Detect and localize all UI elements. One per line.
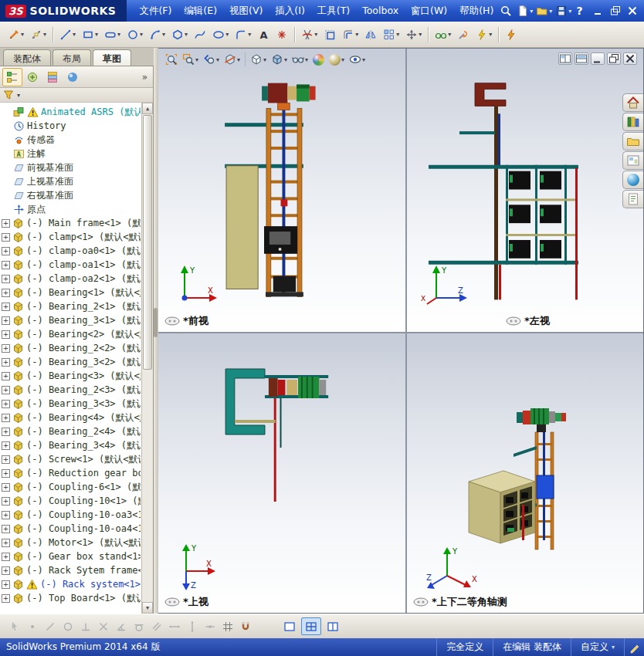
select-button[interactable] bbox=[6, 618, 22, 634]
line-relation-button[interactable] bbox=[42, 618, 58, 634]
split-horizontal-button[interactable] bbox=[558, 52, 572, 65]
instant2d-button[interactable] bbox=[502, 25, 520, 45]
tree-item[interactable]: +(-) Bearing_2<3> (默认< bbox=[0, 383, 141, 397]
tangent-button[interactable] bbox=[130, 618, 147, 634]
hide-show-button[interactable]: ▾ bbox=[290, 50, 310, 69]
search-icon[interactable] bbox=[500, 2, 512, 19]
two-view-button[interactable] bbox=[323, 617, 343, 635]
expand-icon[interactable]: + bbox=[2, 330, 10, 339]
repair-sketch-button[interactable] bbox=[454, 25, 473, 45]
expand-icon[interactable]: + bbox=[2, 594, 10, 603]
arc-button[interactable]: ▾ bbox=[146, 25, 168, 45]
snap-button[interactable] bbox=[237, 618, 253, 634]
menu-item[interactable]: 编辑(E) bbox=[178, 2, 223, 21]
tree-item[interactable]: +(-) Bearing<1> (默认<默 bbox=[0, 286, 141, 299]
tree-item[interactable]: +(-) Coupling-10-oa4<1> bbox=[0, 522, 141, 536]
circle-button[interactable]: ▾ bbox=[124, 25, 146, 45]
expand-icon[interactable]: + bbox=[2, 358, 10, 367]
doc-restore-button[interactable] bbox=[607, 52, 621, 65]
vertical-button[interactable] bbox=[184, 618, 200, 634]
featuremanager-button[interactable] bbox=[2, 68, 22, 86]
tab-assembly[interactable]: 装配体 bbox=[3, 49, 51, 66]
rectangle-button[interactable]: ▾ bbox=[79, 25, 101, 45]
zoom-fit-button[interactable] bbox=[163, 50, 180, 69]
open-document-button[interactable]: ▾ bbox=[534, 3, 554, 19]
app-minimize-button[interactable] bbox=[591, 4, 606, 18]
expand-icon[interactable]: + bbox=[2, 372, 10, 380]
tree-item[interactable]: Animated ASRS (默认<默认> bbox=[0, 105, 141, 119]
expand-icon[interactable]: + bbox=[2, 233, 10, 242]
horizontal-button[interactable] bbox=[166, 618, 182, 634]
expand-icon[interactable]: + bbox=[2, 566, 10, 575]
tree-item[interactable]: +(-) Bearing_3<1> (默认< bbox=[0, 313, 141, 327]
offset-button[interactable]: ▾ bbox=[339, 25, 361, 45]
tree-item[interactable]: +(-) Coupling-10-oa3<1> bbox=[0, 508, 141, 522]
menu-item[interactable]: 文件(F) bbox=[133, 2, 178, 21]
expand-icon[interactable]: + bbox=[2, 441, 10, 450]
quick-tips-icon[interactable] bbox=[624, 638, 644, 656]
expand-icon[interactable]: + bbox=[2, 219, 10, 228]
tree-item[interactable]: History bbox=[0, 119, 141, 133]
midpoint-button[interactable] bbox=[202, 618, 218, 634]
splitter-handle-icon[interactable] bbox=[154, 308, 158, 337]
circle-relation-button[interactable] bbox=[59, 618, 76, 634]
statusbar-custom[interactable]: 自定义 ▾ bbox=[571, 638, 624, 656]
expand-icon[interactable]: + bbox=[2, 469, 10, 478]
expand-icon[interactable]: + bbox=[2, 539, 10, 547]
tree-item[interactable]: 上视基准面 bbox=[0, 174, 141, 188]
expand-icon[interactable]: + bbox=[2, 455, 10, 464]
expand-icon[interactable]: + bbox=[2, 428, 10, 436]
angle-button[interactable] bbox=[113, 618, 129, 634]
exit-sketch-button[interactable]: ▾ bbox=[5, 25, 27, 45]
perpendicular-button[interactable] bbox=[77, 618, 93, 634]
app-close-button[interactable] bbox=[625, 4, 640, 18]
apply-scene-button[interactable]: ▾ bbox=[327, 50, 347, 69]
trim-button[interactable]: ▾ bbox=[298, 25, 320, 45]
custom-properties-button[interactable] bbox=[622, 190, 643, 208]
tree-item[interactable]: +(-) Coupling-6<1> (默认< bbox=[0, 480, 141, 494]
convert-button[interactable] bbox=[320, 25, 339, 45]
expand-icon[interactable]: + bbox=[2, 289, 10, 297]
point-relation-button[interactable] bbox=[24, 618, 40, 634]
tree-item[interactable]: 传感器 bbox=[0, 133, 141, 147]
tab-layout[interactable]: 布局 bbox=[53, 49, 91, 66]
viewport-left[interactable]: Y Z X *左视 bbox=[407, 49, 644, 333]
tree-scrollbar[interactable]: ▲ ▼ bbox=[141, 103, 153, 614]
appearances-button[interactable] bbox=[622, 171, 643, 189]
tree-item[interactable]: +(-) Motor<1> (默认<默认 bbox=[0, 536, 141, 549]
expand-icon[interactable]: + bbox=[2, 261, 10, 269]
tree-item[interactable]: +(-) Bearing_3<4> (默认< bbox=[0, 438, 141, 452]
expand-icon[interactable]: + bbox=[2, 386, 10, 394]
help-button[interactable]: ? bbox=[576, 5, 582, 17]
quick-snaps-button[interactable]: ▾ bbox=[473, 25, 495, 45]
file-explorer-button[interactable] bbox=[622, 132, 643, 150]
doc-close-button[interactable] bbox=[623, 52, 637, 65]
scroll-up-button[interactable]: ▲ bbox=[142, 103, 153, 114]
tree-filter[interactable]: ▾ bbox=[0, 88, 153, 103]
propertymanager-button[interactable] bbox=[22, 68, 42, 86]
viewport-isometric[interactable]: Y X Z *上下二等角轴测 bbox=[407, 333, 644, 613]
viewport-top[interactable]: Y X Z *上视 bbox=[158, 333, 407, 613]
tree-item[interactable]: +(-) Bearing<2> (默认<默 bbox=[0, 327, 141, 341]
view-settings-button[interactable]: ▾ bbox=[347, 50, 368, 69]
expand-icon[interactable]: + bbox=[2, 553, 10, 561]
tree-item[interactable]: +(-) Bearing<3> (默认<默 bbox=[0, 369, 141, 383]
smart-dimension-button[interactable]: ▾ bbox=[27, 25, 49, 45]
expand-icon[interactable]: + bbox=[2, 580, 10, 589]
tree-item[interactable]: +(-) Reduction gear box< bbox=[0, 466, 141, 480]
menu-item[interactable]: 窗口(W) bbox=[405, 2, 453, 21]
fillet-button[interactable]: ▾ bbox=[232, 25, 254, 45]
menu-item[interactable]: 插入(I) bbox=[269, 2, 310, 21]
point-button[interactable] bbox=[273, 25, 291, 45]
save-document-button[interactable]: ▾ bbox=[554, 3, 573, 19]
intersection-button[interactable] bbox=[95, 618, 111, 634]
section-view-button[interactable]: ▾ bbox=[222, 50, 242, 69]
tree-item[interactable]: +(-) Coupling-10<1> (默认 bbox=[0, 494, 141, 508]
scroll-thumb[interactable] bbox=[143, 115, 152, 370]
tree-item[interactable]: 前视基准面 bbox=[0, 161, 141, 174]
expand-icon[interactable]: + bbox=[2, 483, 10, 492]
displaymanager-button[interactable] bbox=[63, 68, 83, 86]
tree-item[interactable]: +(-) Bearing_2<1> (默认< bbox=[0, 299, 141, 313]
resources-home-button[interactable] bbox=[622, 93, 643, 112]
tree-item[interactable]: +(-) Rack Sytem frame<1> bbox=[0, 563, 141, 577]
